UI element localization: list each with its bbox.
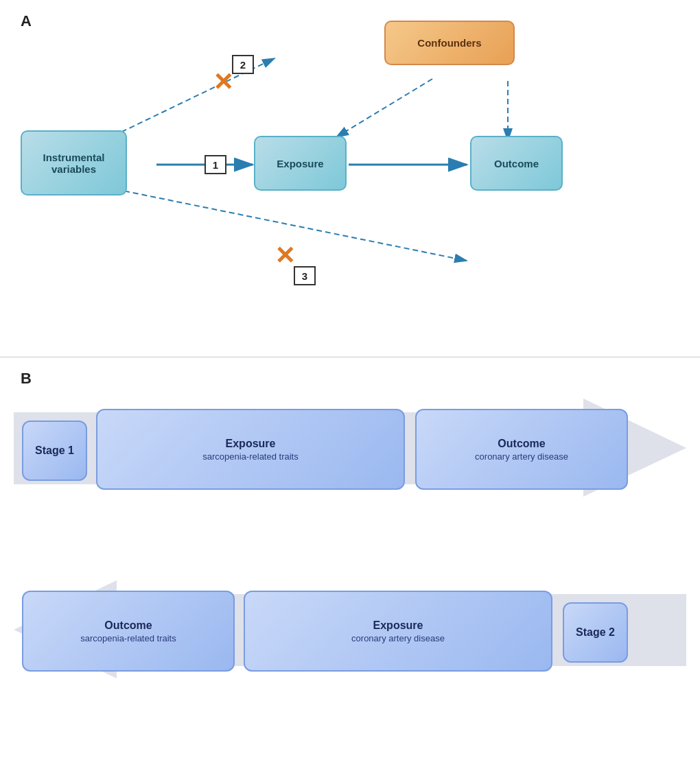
x-mark-3: ✕: [275, 244, 295, 268]
panel-a-label: A: [21, 12, 32, 30]
outcome-node: Outcome: [470, 136, 563, 191]
number-box-1: 1: [205, 155, 226, 174]
stage2-node: Stage 2: [563, 602, 628, 663]
row2-exposure-node: Exposure coronary artery disease: [244, 591, 552, 672]
row1-outcome-node: Outcome coronary artery disease: [415, 409, 628, 490]
stage1-node: Stage 1: [22, 421, 87, 481]
panel-a: A Instrumental variables Exposure: [0, 0, 700, 357]
panel-b-label: B: [21, 370, 32, 388]
x-mark-2: ✕: [213, 70, 233, 95]
panel-b: B Stage 1 Exposure sarcopenia-related tr…: [0, 357, 700, 758]
number-box-3: 3: [294, 266, 316, 285]
exposure-node: Exposure: [254, 136, 347, 191]
instrumental-variables-node: Instrumental variables: [21, 130, 127, 196]
confounders-node: Confounders: [384, 21, 515, 65]
row1-exposure-node: Exposure sarcopenia-related traits: [96, 409, 405, 490]
svg-line-5: [336, 79, 432, 137]
row2-outcome-node: Outcome sarcopenia-related traits: [22, 591, 235, 672]
number-box-2: 2: [232, 55, 254, 74]
